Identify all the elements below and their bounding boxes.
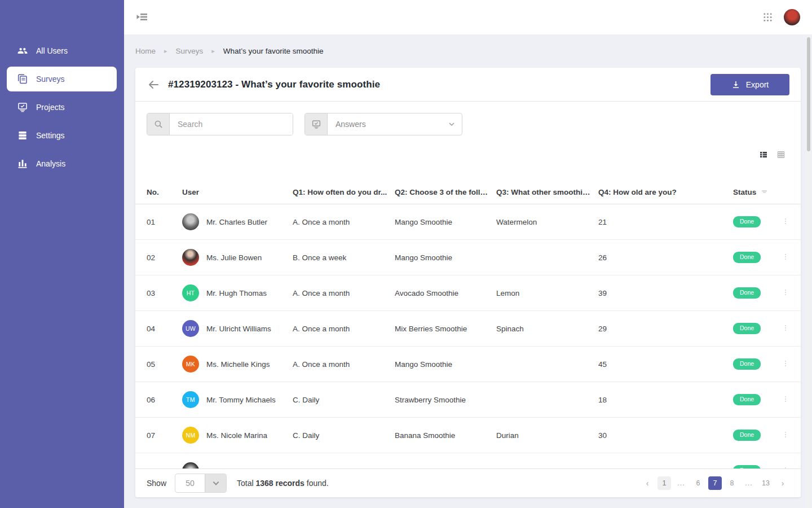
answer-q4: 39 [598,289,733,297]
answer-q1: A. Once a month [293,218,395,226]
answers-filter-select[interactable]: Answers [304,113,462,135]
pagination-next-icon[interactable]: › [776,476,789,490]
pagination-ellipsis: ... [742,476,756,490]
user-name: Mr. Tommy Michaels [206,396,276,404]
sidebar-item-label: All Users [36,46,68,55]
answer-q2: Avocado Smoothie [395,289,496,297]
kebab-menu-icon[interactable] [782,288,789,297]
table-row[interactable]: 06 TM Mr. Tommy Michaels C. Daily Strawb… [135,382,801,418]
settings-icon [17,130,28,141]
apps-grid-icon[interactable] [763,12,773,22]
sidebar-item-label: Projects [36,103,65,112]
kebab-menu-icon[interactable] [782,395,789,404]
row-number: 05 [147,360,182,369]
sidebar-item-analysis[interactable]: Analysis [7,150,117,178]
breadcrumb: Home▸Surveys▸What’s your favorite smooth… [135,47,323,55]
column-header: Status [733,188,773,196]
kebab-menu-icon[interactable] [782,324,789,333]
analysis-icon [17,158,28,169]
table-row[interactable]: 08 Mr. Charles Butler A. Once a month Ma… [135,453,801,468]
surveys-icon [17,73,28,85]
menu-collapse-icon[interactable] [135,10,149,24]
user-name: Mr. Ulricht Williams [206,325,271,333]
sidebar-nav: All UsersSurveysProjectsSettingsAnalysis [0,37,124,178]
pagination-page-7[interactable]: 7 [708,476,722,490]
pagination: ‹1...678...13› [641,476,789,490]
answer-q3: Durian [496,431,598,440]
row-number: 03 [147,289,182,297]
list-view-icon[interactable] [759,150,768,159]
status-cell: Done [733,323,773,334]
user-avatar [182,462,199,468]
table-row[interactable]: 05 MK Ms. Michelle Kings A. Once a month… [135,347,801,382]
kebab-menu-icon[interactable] [782,360,789,369]
user-cell: Mr. Charles Butler [182,213,293,230]
user-avatar: HT [182,284,199,301]
user-avatar: UW [182,320,199,337]
scrollbar-thumb[interactable] [807,37,810,151]
answer-q3: Watermelon [496,218,598,226]
user-avatar [182,213,199,230]
user-name: Ms. Michelle Kings [206,360,270,369]
column-header: User [182,188,293,196]
page-size-select[interactable]: 50 [175,474,227,493]
card-header: #12319203123 - What’s your favorite smoo… [135,68,801,102]
answer-q1: A. Once a month [293,289,395,297]
status-badge: Done [733,430,761,441]
breadcrumb-separator-icon: ▸ [164,47,167,55]
answer-q3: Spinach [496,325,598,333]
answer-q2: Banana Smoothie [395,431,496,440]
grid-view-icon[interactable] [776,150,785,159]
kebab-menu-icon[interactable] [782,253,789,262]
view-toggles [759,150,785,159]
table-row[interactable]: 01 Mr. Charles Butler A. Once a month Ma… [135,204,801,240]
sidebar-item-label: Analysis [36,159,65,168]
status-cell: Done [733,430,773,441]
kebab-menu-icon[interactable] [782,217,789,226]
user-cell: TM Mr. Tommy Michaels [182,391,293,408]
breadcrumb-item[interactable]: Surveys [176,47,204,55]
chevron-down-icon [448,113,462,135]
status-cell: Done [733,252,773,263]
row-number: 04 [147,325,182,333]
sidebar-item-surveys[interactable]: Surveys [7,67,117,91]
table-row[interactable]: 03 HT Mr. Hugh Thomas A. Once a month Av… [135,275,801,311]
breadcrumb-item[interactable]: Home [135,47,156,55]
filter-sort-icon[interactable] [761,189,768,196]
user-avatar[interactable] [784,9,800,25]
user-cell: Ms. Julie Bowen [182,249,293,266]
sidebar-item-settings[interactable]: Settings [7,121,117,150]
answer-q2: Mix Berries Smoothie [395,325,496,333]
answer-q2: Mango Smoothie [395,360,496,369]
total-records-count: 1368 records [256,479,304,488]
column-header: Q2: Choose 3 of the foll… [395,188,496,196]
pagination-prev-icon[interactable]: ‹ [641,476,654,490]
sidebar-item-projects[interactable]: Projects [7,93,117,121]
page-title: #12319203123 - What’s your favorite smoo… [168,79,380,90]
back-arrow-icon[interactable] [147,78,160,91]
table-row[interactable]: 02 Ms. Julie Bowen B. Once a week Mango … [135,240,801,275]
user-cell: NM Ms. Nicole Marina [182,427,293,444]
sidebar: All UsersSurveysProjectsSettingsAnalysis [0,0,124,508]
answers-select-value: Answers [328,113,448,135]
sidebar-item-label: Surveys [36,75,65,84]
table-row[interactable]: 07 NM Ms. Nicole Marina C. Daily Banana … [135,418,801,453]
kebab-menu-icon[interactable] [782,431,789,440]
column-header: Q1: How often do you dr... [293,188,395,196]
pagination-page-8[interactable]: 8 [725,476,739,490]
answer-q2: Mango Smoothie [395,253,496,262]
user-name: Mr. Hugh Thomas [206,289,267,297]
answer-q4: 30 [598,431,733,440]
table-row[interactable]: 04 UW Mr. Ulricht Williams A. Once a mon… [135,311,801,347]
sidebar-item-all-users[interactable]: All Users [7,37,117,65]
pagination-page-1[interactable]: 1 [657,476,671,490]
show-label: Show [147,479,166,488]
pagination-page-6[interactable]: 6 [691,476,705,490]
row-number: 01 [147,218,182,226]
export-button[interactable]: Export [710,74,789,95]
search-input[interactable] [170,113,293,135]
column-header: Q4: How old are you? [598,188,733,196]
user-name: Ms. Nicole Marina [206,431,267,440]
status-badge: Done [733,287,761,299]
pagination-page-13[interactable]: 13 [759,476,773,490]
